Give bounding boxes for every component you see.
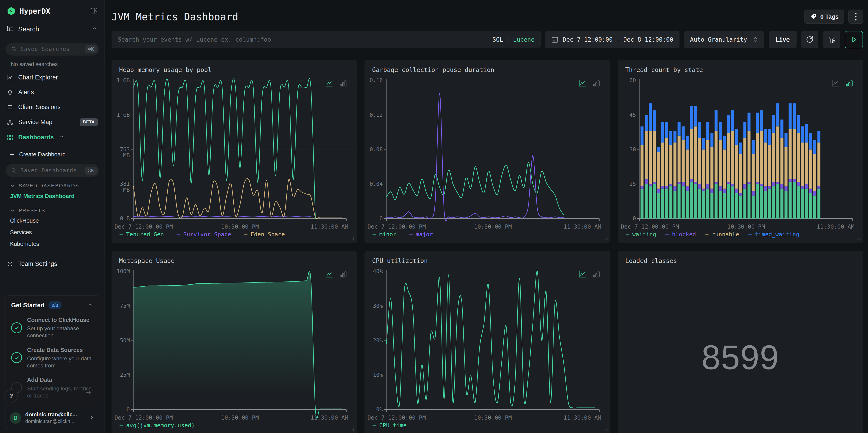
- legend-entry[interactable]: —avg(jvm.memory.used): [120, 422, 195, 429]
- granularity-value: Auto Granularity: [690, 36, 747, 43]
- gc-pause-chart[interactable]: 0.160.120.080.040Dec 7 12:00:00 PM10:30:…: [365, 60, 610, 229]
- svg-text:10:30:00 PM: 10:30:00 PM: [474, 414, 512, 420]
- legend-entry[interactable]: —CPU time: [373, 422, 406, 429]
- line-chart-toggle-icon[interactable]: [831, 79, 840, 87]
- nav-label: Service Map: [18, 119, 52, 126]
- metaspace-chart[interactable]: 100M75M50M25M0Dec 7 12:00:00 PM10:30:00 …: [112, 251, 356, 420]
- lucene-toggle[interactable]: Lucene: [513, 36, 534, 43]
- saved-searches-input[interactable]: Saved Searches ⌘K: [5, 43, 99, 56]
- resize-handle[interactable]: [603, 427, 608, 433]
- legend-entry[interactable]: —minor: [373, 231, 396, 238]
- dashboards-icon: [7, 134, 13, 141]
- legend-entry[interactable]: —runnable: [705, 231, 739, 238]
- main-content: JVM Metrics Dashboard 0 Tags Search your…: [105, 0, 868, 433]
- sidebar-item-alerts[interactable]: Alerts: [0, 85, 104, 100]
- get-started-step-connect[interactable]: Connect to ClickHouse Set up your databa…: [11, 316, 93, 339]
- saved-dashboards-header[interactable]: SAVED DASHBOARDS: [0, 177, 104, 190]
- panel-title: Garbage collection pause duration: [372, 66, 494, 73]
- bar-chart-toggle-icon[interactable]: [592, 270, 601, 278]
- thread-count-chart[interactable]: 604530150Dec 7 12:00:00 PM10:30:00 PM11:…: [618, 60, 863, 229]
- bar-chart-toggle-icon[interactable]: [339, 79, 347, 87]
- get-started-title: Get Started: [11, 302, 44, 309]
- svg-text:381MB: 381MB: [120, 181, 130, 193]
- sidebar-item-service-map[interactable]: Service Map BETA: [0, 115, 104, 130]
- panel-title: Loaded classes: [625, 257, 677, 264]
- event-search-input[interactable]: Search your events w/ Lucene ex. column:…: [112, 31, 540, 48]
- chevron-up-icon[interactable]: [87, 302, 93, 309]
- panel-title: Heap memory usage by pool: [119, 66, 212, 73]
- svg-text:763MB: 763MB: [120, 146, 130, 159]
- sql-toggle[interactable]: SQL: [493, 36, 503, 43]
- resize-handle[interactable]: [857, 236, 861, 242]
- filter-button[interactable]: [823, 31, 840, 48]
- sidebar-item-team-settings[interactable]: Team Settings: [0, 256, 104, 271]
- chart-legend: —Tenured Gen—Survivor Space—Eden Space: [120, 231, 285, 238]
- resize-handle[interactable]: [350, 236, 355, 242]
- heap-memory-chart[interactable]: 1 GB1 GB763MB381MB0 BDec 7 12:00:00 PM10…: [112, 60, 356, 229]
- resize-handle[interactable]: [350, 427, 355, 433]
- sidebar-item-search[interactable]: Search: [0, 22, 104, 38]
- legend-entry[interactable]: —Survivor Space: [177, 231, 231, 238]
- line-chart-toggle-icon[interactable]: [578, 79, 587, 87]
- date-range-picker[interactable]: Dec 7 12:00:00 - Dec 8 12:00:00: [545, 31, 679, 48]
- get-started-header[interactable]: Get Started 2/3: [11, 302, 93, 309]
- bar-chart-toggle-icon[interactable]: [339, 270, 347, 278]
- legend-entry[interactable]: —waiting: [626, 231, 656, 238]
- presets-header[interactable]: PRESETS: [0, 202, 104, 215]
- svg-text:10%: 10%: [373, 372, 383, 378]
- create-dashboard-button[interactable]: Create Dashboard: [0, 145, 104, 160]
- chart-legend: —avg(jvm.memory.used): [120, 422, 195, 429]
- bar-chart-toggle-icon[interactable]: [592, 79, 601, 87]
- page-title: JVM Metrics Dashboard: [112, 11, 238, 23]
- get-started-step-add-data[interactable]: Add Data Start sending logs, metrics, or…: [11, 376, 93, 399]
- tags-button[interactable]: 0 Tags: [804, 9, 844, 24]
- granularity-select[interactable]: Auto Granularity: [684, 31, 764, 48]
- sidebar-item-dashboards[interactable]: Dashboards: [0, 130, 104, 145]
- legend-entry[interactable]: —major: [409, 231, 433, 238]
- hyperdx-logo-icon: [7, 7, 16, 16]
- chevron-up-icon[interactable]: [59, 134, 65, 141]
- svg-text:100M: 100M: [117, 268, 130, 275]
- get-started-step-sources[interactable]: Create Data Sources Configure where your…: [11, 346, 93, 369]
- legend-entry[interactable]: —Tenured Gen: [120, 231, 164, 238]
- panel-thread-count: Thread count by state 604530150Dec 7 12:…: [618, 60, 863, 243]
- service-map-icon: [7, 119, 13, 125]
- help-button[interactable]: ?: [5, 389, 18, 402]
- line-chart-toggle-icon[interactable]: [325, 79, 333, 87]
- step-title: Create Data Sources: [27, 346, 93, 353]
- line-chart-toggle-icon[interactable]: [325, 270, 333, 278]
- sidebar-item-jvm-dashboard[interactable]: JVM Metrics Dashboard: [0, 190, 104, 202]
- refresh-button[interactable]: [801, 31, 818, 48]
- user-menu[interactable]: D dominic.tran@clic... dominic.tran@clic…: [5, 407, 100, 429]
- legend-entry[interactable]: —Eden Space: [244, 231, 285, 238]
- legend-entry[interactable]: —timed_waiting: [748, 231, 800, 238]
- svg-text:10:30:00 PM: 10:30:00 PM: [727, 223, 765, 229]
- progress-badge: 2/3: [49, 302, 61, 309]
- run-query-button[interactable]: [845, 31, 863, 48]
- presets-header-label: PRESETS: [19, 208, 45, 214]
- saved-dashboards-input[interactable]: Saved Dashboards ⌘K: [5, 164, 99, 177]
- svg-text:10:30:00 PM: 10:30:00 PM: [221, 223, 259, 229]
- dashboard-menu-button[interactable]: [848, 9, 863, 24]
- sidebar-item-clickhouse[interactable]: ClickHouse: [0, 215, 104, 226]
- resize-handle[interactable]: [603, 236, 608, 242]
- sidebar-item-services[interactable]: Services: [0, 226, 104, 238]
- calendar-icon: [551, 36, 559, 43]
- live-button[interactable]: Live: [769, 31, 797, 48]
- chevron-up-icon[interactable]: [92, 26, 98, 33]
- sidebar-item-chart-explorer[interactable]: Chart Explorer: [0, 70, 104, 85]
- svg-text:20%: 20%: [373, 337, 383, 344]
- collapse-sidebar-icon[interactable]: [90, 7, 98, 15]
- avatar: D: [10, 412, 21, 424]
- panel-title: Thread count by state: [625, 66, 703, 73]
- tag-icon: [810, 13, 817, 20]
- sidebar-item-client-sessions[interactable]: Client Sessions: [0, 100, 104, 115]
- svg-text:30%: 30%: [373, 303, 383, 309]
- legend-entry[interactable]: —blocked: [665, 231, 696, 238]
- cpu-chart[interactable]: 40%30%20%10%0%Dec 7 12:00:00 PM10:30:00 …: [365, 251, 610, 420]
- bar-chart-toggle-icon[interactable]: [845, 79, 854, 87]
- svg-text:0: 0: [632, 215, 636, 222]
- svg-text:0: 0: [127, 406, 130, 413]
- sidebar-item-kubernetes[interactable]: Kubernetes: [0, 238, 104, 250]
- line-chart-toggle-icon[interactable]: [578, 270, 587, 278]
